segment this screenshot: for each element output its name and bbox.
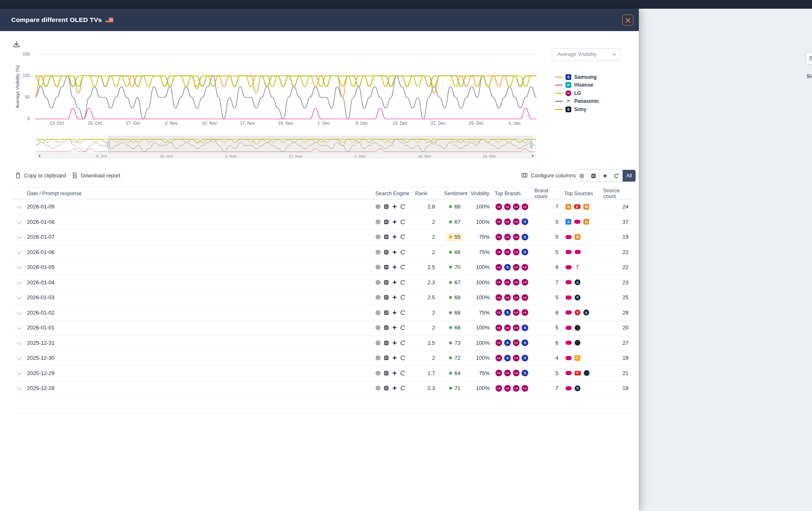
expand-row-button[interactable] bbox=[11, 265, 26, 269]
brand-lg-icon: LG bbox=[522, 309, 528, 316]
table-row[interactable]: 2025-12-312.573100%LGSLGS627 bbox=[11, 336, 631, 351]
expand-row-button[interactable] bbox=[11, 281, 26, 284]
row-top-sources bbox=[562, 340, 600, 346]
brand-lg-icon: LG bbox=[495, 218, 502, 225]
ai-mode-icon bbox=[400, 325, 406, 330]
sentiment-value: 55 bbox=[454, 234, 460, 240]
row-rank: 1.7 bbox=[411, 370, 439, 376]
row-date: 2026-01-08 bbox=[26, 219, 373, 225]
row-search-engines bbox=[373, 249, 411, 255]
download-report-button[interactable]: Download report bbox=[72, 169, 120, 182]
y-axis-label: Average Visibility (%) bbox=[15, 49, 20, 124]
expand-row-button[interactable] bbox=[11, 295, 26, 299]
brand-samsung-icon: S bbox=[522, 249, 528, 255]
row-brand-count: 5 bbox=[533, 234, 562, 240]
filter-ai-mode-button[interactable] bbox=[611, 170, 623, 182]
download-chart-button[interactable] bbox=[12, 41, 21, 49]
brand-hisense-icon: H bbox=[566, 82, 571, 88]
row-top-brands: LGLGLGLG bbox=[493, 385, 533, 392]
scroll-left-icon[interactable] bbox=[38, 155, 40, 157]
expand-row-button[interactable] bbox=[11, 326, 26, 329]
table-row[interactable]: 2026-01-0626675%LGLGLGS522 bbox=[11, 245, 631, 260]
openai-icon bbox=[375, 355, 381, 361]
metric-dropdown[interactable]: Average Visibility bbox=[552, 48, 621, 61]
ai-overviews-icon bbox=[384, 385, 389, 391]
filter-gemini-button[interactable] bbox=[599, 170, 611, 182]
header-top-sources: Top Sources bbox=[562, 191, 600, 196]
brand-lg-icon: LG bbox=[504, 218, 511, 225]
brand-lg-icon: LG bbox=[504, 249, 511, 255]
ai-overviews-icon bbox=[384, 264, 389, 270]
row-top-brands: LGSLGS bbox=[493, 355, 533, 361]
table-body: 2026-01-092.866100%LGLGLGLG7242026-01-08… bbox=[11, 199, 631, 396]
table-row[interactable]: 2025-12-30272100%LGSLGS4C19 bbox=[11, 351, 631, 366]
ai-mode-icon bbox=[400, 219, 406, 225]
table-row[interactable]: 2026-01-042.367100%LGLGLGLG7S23 bbox=[11, 275, 631, 291]
openai-icon bbox=[375, 295, 381, 300]
brand-lg-icon: LG bbox=[495, 234, 502, 240]
metric-dropdown-value: Average Visibility bbox=[557, 51, 597, 57]
expand-row-button[interactable] bbox=[11, 386, 26, 390]
ai-mode-icon bbox=[400, 295, 406, 300]
row-date: 2026-01-04 bbox=[26, 279, 373, 286]
expand-row-button[interactable] bbox=[11, 220, 26, 224]
configure-columns-button[interactable]: Configure columns bbox=[521, 169, 575, 182]
row-top-brands: LGSLGS bbox=[493, 339, 533, 346]
table-row[interactable]: 2026-01-032.568100%LGLGLGLG5S25 bbox=[11, 290, 631, 305]
row-top-sources bbox=[562, 204, 600, 210]
source-lg-icon bbox=[566, 341, 572, 345]
table-row[interactable]: 2026-01-092.866100%LGLGLGLG724 bbox=[11, 199, 631, 215]
openai-icon bbox=[375, 204, 381, 209]
table-row[interactable]: 2026-01-08267100%LGLGLGS5937 bbox=[11, 215, 631, 230]
x-tick: 29. Dec bbox=[469, 121, 484, 126]
expand-row-button[interactable] bbox=[11, 341, 26, 345]
brush-handle-left[interactable] bbox=[107, 141, 110, 148]
row-date: 2026-01-09 bbox=[26, 203, 373, 210]
modal-title: Compare different OLED TVs bbox=[11, 16, 102, 24]
brand-lg-icon: LG bbox=[522, 264, 528, 271]
source-lg-icon bbox=[566, 386, 572, 390]
expand-row-button[interactable] bbox=[11, 235, 26, 239]
legend-line-swatch bbox=[555, 85, 563, 86]
row-date: 2026-01-05 bbox=[26, 264, 373, 270]
brush-x-tick: 3. Nov bbox=[225, 154, 236, 158]
legend-item-samsung[interactable]: SSamsung bbox=[555, 73, 599, 81]
scroll-right-icon[interactable] bbox=[532, 155, 534, 157]
close-button[interactable] bbox=[622, 15, 633, 26]
legend-item-lg[interactable]: LGLG bbox=[555, 89, 599, 97]
row-top-brands: LGLGLGS bbox=[493, 234, 533, 240]
legend-item-sony[interactable]: SSony bbox=[555, 105, 599, 114]
sentiment-value: 70 bbox=[454, 264, 460, 270]
table-row[interactable]: 2026-01-0725575%LGLGLGS519 bbox=[11, 230, 631, 245]
expand-row-button[interactable] bbox=[11, 311, 26, 315]
document-icon bbox=[72, 172, 78, 179]
legend-item-hisense[interactable]: HHisense bbox=[555, 81, 599, 90]
brand-lg-icon: LG bbox=[495, 339, 502, 346]
copy-to-clipboard-button[interactable]: Copy to clipboard bbox=[15, 169, 66, 182]
brand-lg-icon: LG bbox=[522, 385, 528, 392]
table-row[interactable]: 2025-12-282.371100%LGLGLGLG7S19 bbox=[11, 381, 631, 396]
legend-label: Samsung bbox=[574, 74, 597, 80]
source-lg-icon bbox=[566, 326, 572, 330]
row-sentiment: 71 bbox=[439, 385, 470, 391]
filter-ai-overviews-button[interactable] bbox=[588, 170, 599, 182]
expand-row-button[interactable] bbox=[11, 205, 26, 208]
brush-handle-right[interactable] bbox=[530, 141, 533, 148]
expand-row-button[interactable] bbox=[11, 356, 26, 360]
expand-row-button[interactable] bbox=[11, 371, 26, 375]
brush-axis[interactable]: 6. Oct20. Oct3. Nov17. Nov1. Dec15. Dec2… bbox=[36, 153, 536, 158]
filter-all-button[interactable]: All bbox=[623, 170, 636, 182]
brush-selection[interactable] bbox=[109, 136, 532, 153]
table-row[interactable]: 2026-01-0226875%LGSLGLG6★S29 bbox=[11, 305, 631, 321]
openai-icon bbox=[375, 371, 381, 376]
table-row[interactable]: 2026-01-052.570100%LGSLGLG6T22 bbox=[11, 260, 631, 275]
row-visibility: 100% bbox=[470, 355, 493, 361]
source-samsung-icon: S bbox=[575, 385, 580, 391]
expand-row-button[interactable] bbox=[11, 250, 26, 254]
legend-item-panasonic[interactable]: PPanasonic bbox=[555, 97, 599, 106]
table-row[interactable]: 2025-12-291.76475%LGLGLGS521 bbox=[11, 366, 631, 381]
row-sentiment: 68 bbox=[439, 294, 470, 300]
table-row[interactable]: 2026-01-01266100%LGLGLGS520 bbox=[11, 320, 631, 336]
chevron-down-icon bbox=[17, 370, 22, 375]
filter-openai-button[interactable] bbox=[576, 170, 588, 182]
